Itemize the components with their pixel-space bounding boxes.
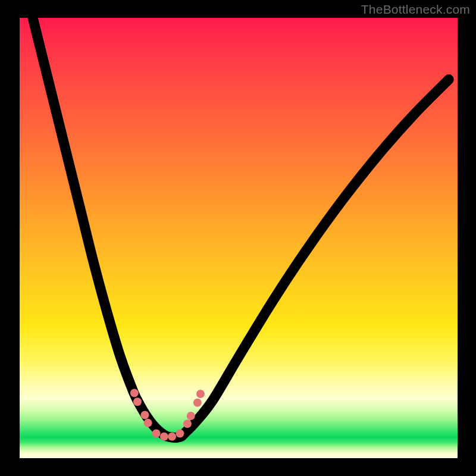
highlight-dot (183, 419, 192, 428)
highlight-dot (187, 412, 195, 420)
plot-area (20, 18, 458, 458)
highlight-dot (152, 430, 161, 438)
highlight-dot (193, 399, 202, 407)
highlight-dot (133, 397, 142, 406)
curve-layer (20, 18, 458, 458)
highlight-dot (144, 419, 152, 427)
highlight-dot (176, 430, 184, 438)
highlight-dot (196, 390, 205, 398)
highlight-dot (168, 433, 176, 441)
bottleneck-curve (29, 0, 449, 437)
highlight-dot (130, 389, 139, 397)
highlight-dot (160, 433, 168, 441)
watermark-text: TheBottleneck.com (361, 2, 470, 17)
highlight-dot (141, 411, 149, 419)
chart-stage: TheBottleneck.com (0, 0, 476, 476)
